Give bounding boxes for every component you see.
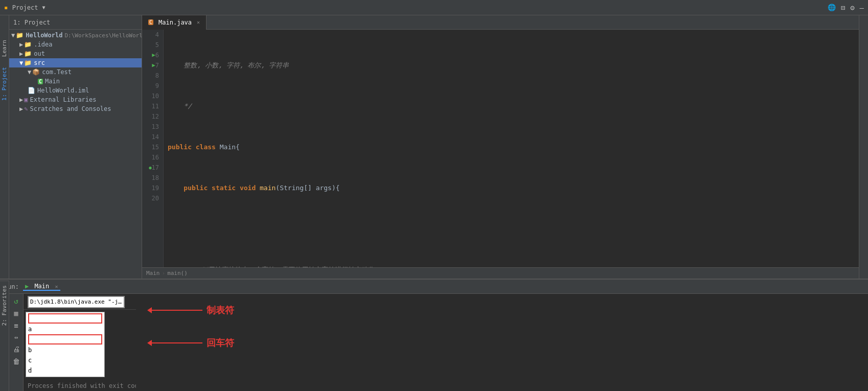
console-left: D:\jdk1.8\bin\java.exe "-javaagent:D:\id…	[24, 294, 136, 391]
code-line-7: public static void main (String[] args){	[168, 183, 855, 193]
process-finished: Process finished with exit code 0	[24, 379, 136, 391]
command-line: D:\jdk1.8\bin\java.exe "-javaagent:D:\id…	[24, 294, 136, 310]
split-icon[interactable]: ⊟	[841, 4, 845, 12]
kw-void: void	[240, 183, 256, 193]
ln-16: 16	[142, 152, 163, 163]
expand-icon-src: ▼	[19, 59, 23, 66]
run-tab-close[interactable]: ✕	[55, 284, 58, 289]
bottom-panel: Run: ▶ Main ✕ ▶ ↺ ■ ≡ ⇔ 🖨 🗑	[0, 279, 868, 391]
tree-item-src-label: src	[34, 59, 45, 66]
project-panel: 1: Project ▼ 📁 HelloWorld D:\WorkSpaces\…	[9, 15, 142, 279]
run-tab-label: Main	[34, 283, 49, 290]
breadcrumb-method[interactable]: main()	[167, 270, 188, 277]
sort-icon[interactable]: ≡	[14, 321, 18, 330]
editor-area: C Main.java ✕ 4 5 ▶ 6 ▶ 7	[142, 15, 859, 279]
editor-tab-main[interactable]: C Main.java ✕	[142, 15, 207, 30]
tree-item-extlibs[interactable]: ▶ ▣ External Libraries	[9, 95, 142, 104]
sp5	[256, 183, 260, 193]
ln-15: 15	[142, 142, 163, 152]
tab-label: Main.java	[158, 19, 192, 26]
gear-icon[interactable]: ⚙	[850, 4, 854, 12]
code-line-6: public class Main{	[168, 142, 855, 152]
ln-12: 12	[142, 111, 163, 122]
code-line-8	[168, 224, 855, 234]
folder-icon: 📁	[16, 32, 24, 39]
scratches-icon: ✎	[24, 105, 28, 112]
run-icon: ▶	[25, 283, 29, 290]
stop-icon[interactable]: ■	[14, 309, 18, 317]
extlibs-icon: ▣	[24, 96, 28, 103]
cmd-line-box: D:\jdk1.8\bin\java.exe "-javaagent:D:\id…	[28, 296, 125, 308]
carriage-label: 回车符	[207, 337, 234, 349]
softWrap-icon[interactable]: ⇔	[14, 334, 18, 341]
console-line-a: a	[28, 324, 102, 334]
code-editor[interactable]: 4 5 ▶ 6 ▶ 7 8 9 10 11 12 13	[142, 30, 859, 267]
tree-item-idea[interactable]: ▶ 📁 .idea	[9, 40, 142, 49]
console-line-d: d	[28, 365, 102, 376]
process-line-text: Process finished with exit code 0	[28, 382, 136, 389]
globe-icon[interactable]: 🌐	[828, 4, 836, 11]
console-line-c: c	[28, 355, 102, 365]
code-content[interactable]: 整数, 小数, 字符, 布尔, 字符串 */ public class Main…	[164, 30, 859, 267]
tree-item-out-label: out	[34, 50, 45, 57]
ln-5: 5	[142, 40, 163, 50]
sidebar-item-learn[interactable]: Learn	[0, 36, 9, 61]
ln-4: 4	[142, 30, 163, 40]
ln-7: ▶ 7	[142, 60, 163, 71]
print-icon[interactable]: 🖨	[13, 345, 20, 353]
tree-item-comtest-label: com.Test	[42, 68, 72, 76]
run-tab-main[interactable]: ▶ Main ✕	[23, 283, 60, 291]
sidebar-item-project[interactable]: 1: Project	[0, 63, 9, 105]
tree-item-helloworld[interactable]: ▼ 📁 HelloWorld D:\WorkSpaces\HelloWorld	[9, 31, 142, 40]
tree-item-iml[interactable]: 📄 HelloWorld.iml	[9, 86, 142, 95]
dropdown-icon[interactable]: ▼	[42, 5, 45, 10]
ln-10: 10	[142, 91, 163, 101]
iml-icon: 📄	[28, 87, 35, 94]
breadcrumb-main[interactable]: Main	[146, 270, 160, 277]
clear-icon[interactable]: 🗑	[13, 357, 20, 365]
tree-item-out[interactable]: ▶ 📁 out	[9, 49, 142, 58]
sp4	[236, 183, 240, 193]
tree-item-iml-label: HelloWorld.iml	[37, 87, 89, 94]
sidebar-item-favorites[interactable]: 2: Favorites	[0, 281, 9, 330]
console-output-box: a b c d	[26, 312, 105, 377]
annotation-area: 制表符 回车符	[136, 294, 868, 391]
tree-item-comtest[interactable]: ▼ 📦 com.Test	[9, 67, 142, 77]
project-panel-title: 1: Project	[13, 19, 50, 26]
run-tabs: Run: ▶ Main ✕	[0, 280, 868, 294]
project-title[interactable]: Project	[12, 4, 38, 11]
folder-icon-out: 📁	[24, 50, 32, 57]
tree-item-label: HelloWorld	[26, 32, 62, 39]
console-line-cr	[28, 334, 102, 344]
params: (String[] args){	[276, 183, 339, 193]
kw-class: class	[196, 142, 216, 152]
folder-icon-idea: 📁	[24, 41, 32, 48]
bottom-icons-col: ↺ ■ ≡ ⇔ 🖨 🗑	[9, 294, 24, 391]
editor-tabs: C Main.java ✕	[142, 15, 859, 30]
ln-17: ● 17	[142, 163, 163, 173]
sp2	[216, 142, 220, 152]
code-line-5: */	[168, 101, 855, 111]
ln-9: 9	[142, 81, 163, 91]
rerun-icon[interactable]: ↺	[14, 297, 18, 305]
code-line-4: 整数, 小数, 字符, 布尔, 字符串	[168, 60, 855, 71]
folder-icon-src: 📁	[24, 59, 32, 66]
tree-item-scratches-label: Scratches and Consoles	[30, 105, 111, 112]
tree-item-scratches[interactable]: ▶ ✎ Scratches and Consoles	[9, 104, 142, 113]
expand-icon-extlibs: ▶	[19, 96, 23, 103]
breadcrumb-sep: ›	[162, 270, 166, 277]
class-icon: C	[38, 79, 43, 84]
top-bar: ▪ Project ▼ 🌐 ⊟ ⚙ —	[0, 0, 868, 15]
sp3	[208, 183, 212, 193]
tab-close-icon[interactable]: ✕	[197, 19, 200, 25]
tree-item-main[interactable]: C Main	[9, 77, 142, 86]
minimize-icon[interactable]: —	[860, 4, 864, 12]
right-strip	[859, 15, 868, 279]
code-text-4: 整数, 小数, 字符, 布尔, 字符串	[168, 60, 289, 71]
tree-item-src[interactable]: ▼ 📁 src	[9, 58, 142, 67]
classname: Main{	[220, 142, 240, 152]
kw-public: public	[168, 142, 192, 152]
expand-icon-scratches: ▶	[19, 105, 23, 112]
ln-14: 14	[142, 132, 163, 142]
favorites-tab[interactable]: 2: Favorites	[0, 281, 9, 330]
